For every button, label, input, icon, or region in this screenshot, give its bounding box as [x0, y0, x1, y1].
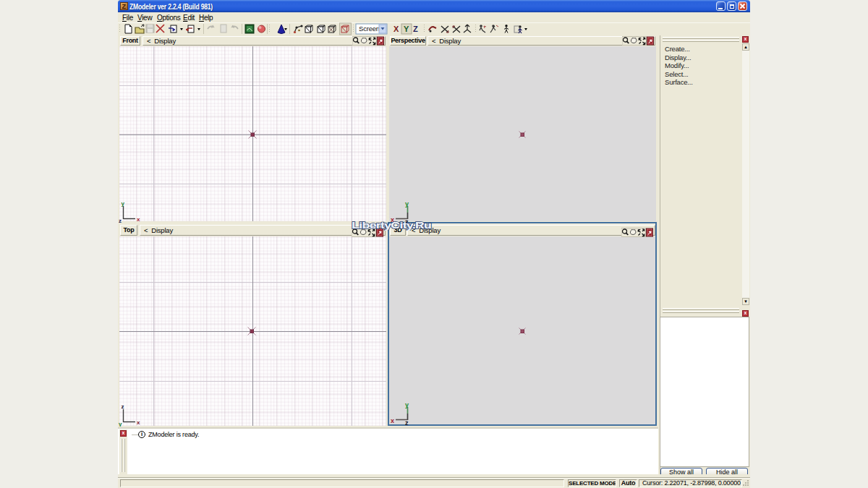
svg-text:x: x: [137, 419, 140, 426]
svg-text:Z: Z: [413, 25, 418, 33]
svg-text:X: X: [393, 25, 399, 33]
svg-text:Y: Y: [404, 25, 409, 33]
svg-text:y: y: [405, 401, 409, 408]
svg-text:y: y: [119, 421, 122, 427]
svg-text:z: z: [119, 218, 122, 223]
svg-text:y: y: [122, 200, 125, 207]
svg-text:y: y: [405, 200, 409, 207]
svg-text:x: x: [137, 216, 140, 223]
svg-text:z: z: [405, 419, 409, 426]
svg-text:LibertyCity.Ru: LibertyCity.Ru: [352, 221, 431, 230]
svg-text:z: z: [122, 403, 124, 410]
svg-text:x: x: [391, 417, 394, 424]
svg-text:Screen: Screen: [359, 25, 380, 33]
